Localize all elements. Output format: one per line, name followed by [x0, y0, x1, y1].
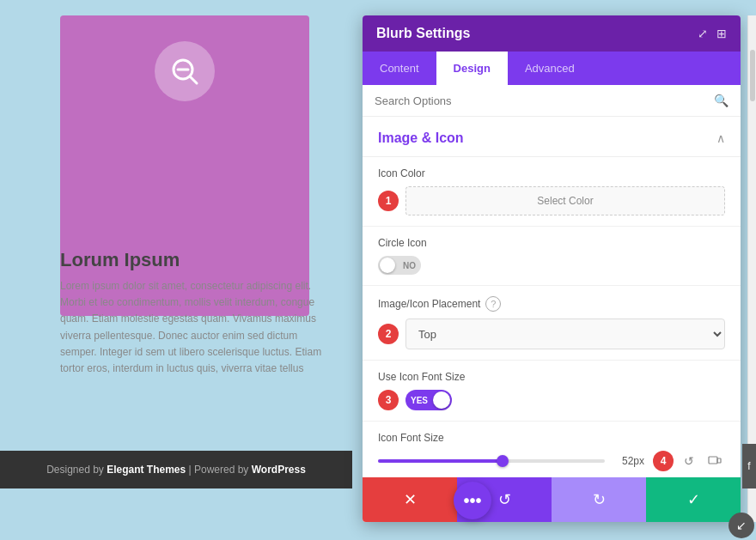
circle-icon-label: Circle Icon: [378, 237, 725, 249]
corner-symbol: ↙: [736, 519, 747, 532]
redo-button[interactable]: ↻: [552, 477, 646, 522]
blurb-title: Lorum Ipsum: [60, 249, 326, 271]
icon-toggle-row: 3 YES: [378, 390, 725, 410]
fab-button[interactable]: •••: [454, 482, 491, 519]
slider-value: 52px: [613, 455, 644, 467]
slider-fill: [378, 459, 503, 463]
image-placement-row: 2 Top Left Right Bottom: [378, 319, 725, 349]
panel-header-icons: ⤢ ⊞: [698, 27, 727, 40]
circle-icon-field: Circle Icon NO: [363, 227, 741, 286]
blurb-body: Lorem ipsum dolor sit amet, consectetur …: [60, 278, 326, 377]
color-select-button[interactable]: Select Color: [405, 186, 725, 215]
icon-color-field: Icon Color 1 Select Color: [363, 157, 741, 227]
footer-brand2: WordPress: [252, 464, 306, 476]
section-title: Image & Icon: [378, 130, 464, 146]
search-icon: 🔍: [714, 94, 729, 107]
columns-icon[interactable]: ⊞: [716, 27, 727, 40]
slider-thumb[interactable]: [497, 455, 509, 467]
image-placement-label: Image/Icon Placement: [378, 298, 480, 310]
panel-title: Blurb Settings: [376, 26, 470, 41]
image-placement-select[interactable]: Top Left Right Bottom: [405, 319, 725, 349]
use-icon-font-size-label: Use Icon Font Size: [378, 371, 725, 383]
tab-bar: Content Design Advanced: [363, 52, 741, 85]
svg-rect-4: [717, 458, 721, 463]
toggle-no-label: NO: [403, 261, 416, 270]
responsive-icon[interactable]: [704, 451, 725, 471]
toggle-knob: [380, 258, 395, 273]
toggle-yes-label: YES: [411, 396, 428, 405]
search-bar: 🔍: [363, 85, 741, 117]
color-select-row: 1 Select Color: [378, 186, 725, 215]
blurb-text-area: Lorum Ipsum Lorem ipsum dolor sit amet, …: [60, 249, 326, 377]
section-header: Image & Icon ∧: [363, 117, 741, 157]
icon-font-size-label: Icon Font Size: [378, 432, 725, 444]
scrollbar-thumb[interactable]: [750, 50, 755, 101]
panel-footer: ✕ ↺ ↻ ✓: [363, 477, 741, 522]
svg-rect-3: [709, 457, 717, 464]
slider-track[interactable]: [378, 459, 605, 463]
badge-3: 3: [378, 390, 399, 410]
edge-icon: f: [747, 460, 750, 472]
use-icon-font-size-field: Use Icon Font Size 3 YES: [363, 361, 741, 422]
tab-advanced[interactable]: Advanced: [508, 52, 592, 85]
tab-content[interactable]: Content: [363, 52, 436, 85]
cancel-button[interactable]: ✕: [363, 477, 457, 522]
help-icon[interactable]: ?: [485, 296, 501, 312]
save-button[interactable]: ✓: [646, 477, 741, 522]
badge-1: 1: [378, 191, 399, 211]
footer-bar: Designed by Elegant Themes | Powered by …: [0, 451, 352, 488]
badge-4: 4: [653, 451, 674, 471]
circle-icon-toggle[interactable]: NO: [378, 256, 421, 275]
badge-2: 2: [378, 324, 399, 344]
bottom-corner-icon[interactable]: ↙: [729, 513, 754, 538]
use-icon-font-size-toggle[interactable]: YES: [405, 390, 452, 410]
panel-header: Blurb Settings ⤢ ⊞: [363, 15, 741, 52]
icon-font-size-field: Icon Font Size 52px 4 ↺: [363, 422, 741, 477]
reset-icon[interactable]: ↺: [679, 451, 699, 471]
footer-text: Designed by Elegant Themes | Powered by …: [46, 464, 306, 476]
tab-design[interactable]: Design: [436, 52, 508, 85]
panel-body: Image & Icon ∧ Icon Color 1 Select Color…: [363, 117, 741, 477]
blurb-icon: [155, 41, 215, 101]
slider-actions: 4 ↺: [653, 451, 725, 471]
toggle-row: NO: [378, 256, 725, 275]
image-placement-field: Image/Icon Placement ? 2 Top Left Right …: [363, 286, 741, 361]
footer-brand1: Elegant Themes: [107, 464, 186, 476]
search-input[interactable]: [375, 94, 707, 107]
svg-line-1: [190, 76, 197, 83]
edge-action-bar: f: [742, 444, 756, 488]
fullscreen-icon[interactable]: ⤢: [698, 27, 708, 40]
toggle-yes-knob: [433, 391, 450, 409]
slider-row: 52px 4 ↺: [378, 451, 725, 471]
section-chevron-icon[interactable]: ∧: [716, 131, 725, 145]
blurb-settings-panel: Blurb Settings ⤢ ⊞ Content Design Advanc…: [363, 15, 741, 522]
icon-color-label: Icon Color: [378, 167, 725, 179]
